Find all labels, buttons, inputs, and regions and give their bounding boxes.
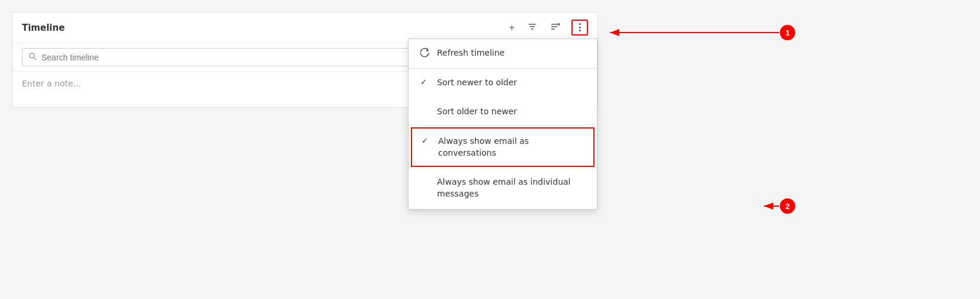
show-individual-label: Always show email as individual messages <box>437 176 585 200</box>
sort-icon <box>550 22 561 34</box>
refresh-label: Refresh timeline <box>437 47 505 59</box>
badge-2-text: 2 <box>785 202 789 211</box>
sort-newer-check: ✓ <box>420 78 431 86</box>
note-placeholder-text: Enter a note... <box>22 79 81 88</box>
sort-older-label: Sort older to newer <box>437 106 517 118</box>
badge-1-text: 1 <box>785 28 789 37</box>
more-options-button[interactable]: ⋮ <box>571 20 588 36</box>
filter-button[interactable] <box>525 21 539 35</box>
menu-item-sort-older[interactable]: Sort older to newer <box>409 98 597 127</box>
svg-point-6 <box>30 53 34 58</box>
badge-1-circle <box>780 25 795 40</box>
refresh-check <box>420 48 431 59</box>
show-conversations-label: Always show email as conversations <box>438 136 584 159</box>
badge-2-circle <box>780 198 795 214</box>
menu-item-show-conversations[interactable]: ✓ Always show email as conversations <box>411 127 595 167</box>
add-button[interactable]: + <box>507 21 517 34</box>
svg-line-7 <box>34 58 37 60</box>
show-conversations-check: ✓ <box>422 136 432 145</box>
timeline-title: Timeline <box>22 22 500 33</box>
more-icon: ⋮ <box>575 22 584 33</box>
header-icons: + <box>507 20 588 36</box>
menu-item-sort-newer[interactable]: ✓ Sort newer to older <box>409 68 597 98</box>
sort-button[interactable] <box>548 21 563 35</box>
menu-item-refresh[interactable]: Refresh timeline <box>409 39 597 68</box>
add-icon: + <box>509 22 515 33</box>
sort-newer-label: Sort newer to older <box>437 77 517 89</box>
filter-icon <box>528 22 537 34</box>
dropdown-menu: Refresh timeline ✓ Sort newer to older S… <box>408 38 597 210</box>
menu-item-show-individual[interactable]: Always show email as individual messages <box>409 168 597 208</box>
search-icon <box>28 52 37 62</box>
